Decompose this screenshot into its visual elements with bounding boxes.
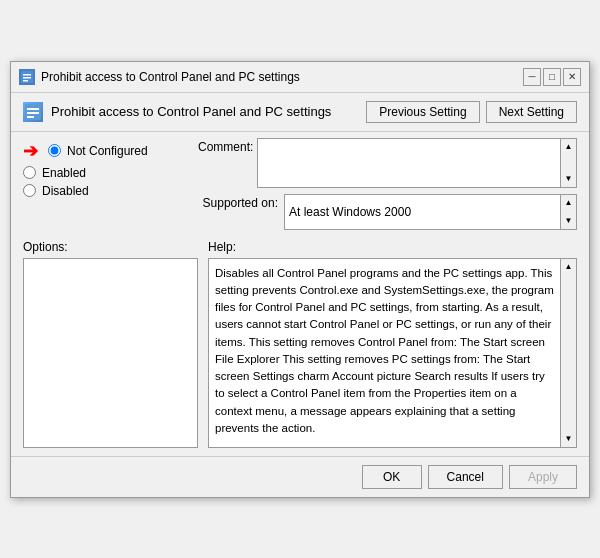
comment-scroll-up[interactable]: ▲ (561, 139, 576, 155)
main-window: Prohibit access to Control Panel and PC … (10, 61, 590, 498)
help-scroll-down[interactable]: ▼ (561, 431, 576, 447)
minimize-button[interactable]: ─ (523, 68, 541, 86)
svg-rect-1 (23, 74, 31, 76)
enabled-label[interactable]: Enabled (42, 166, 86, 180)
ok-button[interactable]: OK (362, 465, 422, 489)
not-configured-label[interactable]: Not Configured (67, 144, 148, 158)
help-text: Disables all Control Panel programs and … (209, 259, 560, 447)
comment-textarea[interactable] (257, 138, 561, 188)
svg-rect-6 (27, 112, 39, 114)
supported-scroll-down[interactable]: ▼ (561, 213, 576, 229)
options-section-label: Options: (23, 240, 198, 254)
options-box (23, 258, 198, 448)
supported-label: Supported on: (198, 194, 278, 210)
help-scrollbar: ▲ ▼ (560, 259, 576, 447)
header-title-area: Prohibit access to Control Panel and PC … (23, 102, 331, 122)
title-controls: ─ □ ✕ (523, 68, 581, 86)
bottom-section-labels: Options: Help: (23, 240, 577, 254)
disabled-radio[interactable] (23, 184, 36, 197)
header-bar: Prohibit access to Control Panel and PC … (11, 93, 589, 132)
comment-row: Comment: ▲ ▼ (198, 138, 577, 188)
bottom-boxes: Disables all Control Panel programs and … (23, 258, 577, 448)
supported-row: Supported on: At least Windows 2000 ▲ ▼ (198, 194, 577, 230)
arrow-indicator: ➔ (23, 140, 38, 162)
supported-scrollbar: ▲ ▼ (561, 194, 577, 230)
title-bar-left: Prohibit access to Control Panel and PC … (19, 69, 300, 85)
enabled-radio[interactable] (23, 166, 36, 179)
supported-box: At least Windows 2000 ▲ ▼ (284, 194, 577, 230)
not-configured-radio[interactable] (48, 144, 61, 157)
policy-icon (23, 102, 43, 122)
dialog-title: Prohibit access to Control Panel and PC … (51, 104, 331, 119)
not-configured-row: ➔ Not Configured (23, 140, 198, 162)
comment-label: Comment: (198, 138, 253, 154)
supported-value: At least Windows 2000 (284, 194, 561, 230)
window-title: Prohibit access to Control Panel and PC … (41, 70, 300, 84)
apply-button[interactable]: Apply (509, 465, 577, 489)
main-content: ➔ Not Configured Enabled Disabled (11, 132, 589, 448)
svg-rect-2 (23, 77, 31, 79)
radio-column: ➔ Not Configured Enabled Disabled (23, 138, 198, 240)
close-button[interactable]: ✕ (563, 68, 581, 86)
previous-setting-button[interactable]: Previous Setting (366, 101, 479, 123)
nav-buttons: Previous Setting Next Setting (366, 101, 577, 123)
radio-section: ➔ Not Configured Enabled Disabled (23, 140, 198, 198)
svg-rect-7 (27, 116, 34, 118)
next-setting-button[interactable]: Next Setting (486, 101, 577, 123)
help-section-label: Help: (208, 240, 577, 254)
help-scroll-up[interactable]: ▲ (561, 259, 576, 275)
footer-bar: OK Cancel Apply (11, 456, 589, 497)
top-fields: ➔ Not Configured Enabled Disabled (23, 138, 577, 240)
comment-scrollbar: ▲ ▼ (561, 138, 577, 188)
window-icon (19, 69, 35, 85)
right-fields: Comment: ▲ ▼ Supported on: At least Wind… (198, 138, 577, 240)
disabled-label[interactable]: Disabled (42, 184, 89, 198)
svg-rect-5 (27, 108, 39, 110)
comment-wrap: ▲ ▼ (257, 138, 577, 188)
disabled-row: Disabled (23, 184, 198, 198)
enabled-row: Enabled (23, 166, 198, 180)
svg-rect-3 (23, 80, 28, 82)
help-box: Disables all Control Panel programs and … (208, 258, 577, 448)
comment-scroll-down[interactable]: ▼ (561, 171, 576, 187)
title-bar: Prohibit access to Control Panel and PC … (11, 62, 589, 93)
supported-scroll-up[interactable]: ▲ (561, 195, 576, 211)
maximize-button[interactable]: □ (543, 68, 561, 86)
cancel-button[interactable]: Cancel (428, 465, 503, 489)
